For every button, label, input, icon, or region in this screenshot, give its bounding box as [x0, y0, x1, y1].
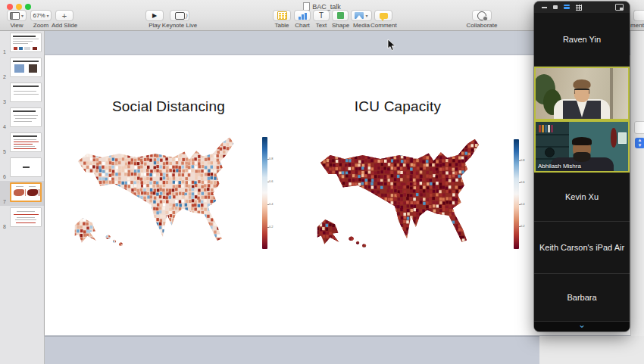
slide-thumbnail-row-selected[interactable]: 7	[0, 181, 44, 206]
shape-button[interactable]	[332, 10, 349, 21]
slide-thumbnail[interactable]	[10, 107, 42, 127]
shape-label: Shape	[332, 22, 349, 29]
format-inspector-sliver: ▲▼	[630, 31, 644, 336]
presenter-notes-area[interactable]	[45, 336, 539, 364]
chart-label: Chart	[294, 22, 311, 29]
media-icon	[355, 12, 364, 19]
comment-label: Comment	[370, 22, 396, 29]
video-feed	[536, 68, 628, 119]
chart-button[interactable]	[294, 10, 311, 21]
participant-video-tile[interactable]: Abhilash Mishra	[534, 120, 630, 173]
participant-tile[interactable]: Raven Yin	[534, 13, 630, 67]
slide-thumbnail-current[interactable]	[10, 182, 42, 202]
text-label: Text	[313, 22, 330, 29]
left-map-title: Social Distancing	[68, 98, 269, 115]
more-participants-button[interactable]: ⌄	[534, 322, 630, 331]
play-button[interactable]: ▶	[145, 10, 164, 21]
view-button[interactable]: ▾	[7, 10, 27, 21]
participant-video-tile[interactable]	[534, 67, 630, 120]
text-button[interactable]: T	[313, 10, 330, 21]
participant-tile[interactable]: Barbara	[534, 274, 630, 322]
exit-fullscreen-icon[interactable]	[615, 4, 624, 11]
add-slide-button[interactable]: +	[55, 10, 73, 21]
slide-thumbnail[interactable]	[10, 157, 42, 177]
keynote-live-button[interactable]: )	[170, 10, 189, 21]
zoom-titlebar[interactable]	[534, 2, 630, 13]
wall-mask-decor	[611, 128, 617, 148]
mouse-cursor	[387, 39, 396, 52]
media-button[interactable]: ▾	[351, 10, 372, 21]
speaker-view-icon[interactable]	[564, 5, 570, 11]
slide-number: 6	[3, 174, 6, 179]
slide-thumbnail[interactable]	[10, 58, 42, 77]
table-label: Table	[273, 22, 291, 29]
minimize-icon[interactable]	[542, 5, 547, 11]
view-icon	[10, 12, 20, 20]
zoom-meeting-window[interactable]: Raven Yin	[534, 2, 630, 331]
comment-icon	[380, 13, 388, 19]
table-button[interactable]	[273, 10, 291, 21]
participant-tile[interactable]: Kevin Xu	[534, 173, 630, 222]
person-hair	[574, 79, 591, 89]
slide-thumbnail-row[interactable]: 8	[0, 206, 44, 231]
participant-name: Abhilash Mishra	[538, 163, 581, 170]
slide-number: 7	[3, 199, 6, 204]
table-icon	[277, 11, 287, 20]
chevron-down-icon: ▾	[47, 13, 49, 18]
slide-thumbnail-row[interactable]: 6	[0, 156, 44, 181]
slide-number: 4	[3, 124, 6, 129]
participant-name: Kevin Xu	[561, 192, 603, 201]
person-hair	[572, 137, 592, 145]
person-glasses	[574, 89, 590, 94]
chevron-down-icon: ▾	[21, 13, 23, 18]
slide-thumbnail[interactable]	[10, 82, 42, 102]
left-colorbar-ticks: 0.8 0.6 0.4 0.2	[262, 137, 277, 249]
participant-name: Keith Carson's iPad Air	[535, 243, 629, 252]
person-beard	[574, 152, 591, 162]
slide-thumbnail-row[interactable]: 5	[0, 131, 44, 156]
value-stepper-icon[interactable]: ▲▼	[635, 138, 644, 148]
view-label: View	[7, 22, 27, 29]
right-colorbar-ticks: 0.8 0.6 0.4 0.2	[514, 139, 529, 249]
wall-art-decor	[618, 132, 627, 144]
slide-thumbnail[interactable]	[10, 132, 42, 152]
play-icon: ▶	[152, 12, 157, 19]
collaborate-label: Collaborate	[461, 22, 503, 29]
slide-number: 1	[3, 49, 6, 54]
inspector-field[interactable]	[634, 121, 644, 134]
slide-thumbnail-row[interactable]: 2	[0, 56, 44, 81]
slide-thumbnail-row[interactable]: 3	[0, 81, 44, 106]
media-label: Media	[351, 22, 372, 29]
slide-number: 8	[3, 224, 6, 229]
chevron-down-icon: ▾	[365, 13, 367, 18]
desktop: { "window_title": "BAC_talk", "toolbar":…	[0, 0, 644, 364]
chart-icon	[298, 12, 307, 20]
zoom-level-button[interactable]: 67%▾	[30, 10, 52, 21]
text-icon: T	[319, 11, 324, 20]
social-distancing-map	[67, 135, 258, 248]
slide-thumbnail[interactable]	[10, 33, 42, 52]
canvas-margin-bottom-right	[539, 336, 644, 364]
doorframe-decor	[610, 68, 613, 119]
right-map-title: ICU Capacity	[303, 98, 492, 115]
gallery-view-icon[interactable]	[576, 5, 582, 11]
shape-icon	[337, 12, 344, 19]
document-panel-button[interactable]	[633, 10, 644, 21]
comment-button[interactable]	[374, 10, 392, 21]
participant-name: Raven Yin	[558, 35, 605, 44]
slide-number: 5	[3, 149, 6, 154]
slide-thumbnail-row[interactable]: 4	[0, 106, 44, 131]
slide-thumbnail[interactable]	[10, 207, 42, 227]
slide-thumbnail-row[interactable]: 1	[0, 31, 44, 56]
window-icon[interactable]	[553, 5, 558, 11]
collaborate-icon	[477, 11, 486, 20]
slide-number: 3	[3, 99, 6, 104]
chevron-down-icon: ⌄	[578, 322, 586, 328]
icu-capacity-map	[309, 136, 503, 250]
document-panel-label: ment	[630, 22, 644, 29]
add-slide-label: Add Slide	[47, 22, 82, 29]
slide-number: 2	[3, 74, 6, 79]
participant-name: Barbara	[562, 293, 601, 302]
participant-tile[interactable]: Keith Carson's iPad Air	[534, 222, 630, 274]
collaborate-button[interactable]	[472, 10, 492, 21]
